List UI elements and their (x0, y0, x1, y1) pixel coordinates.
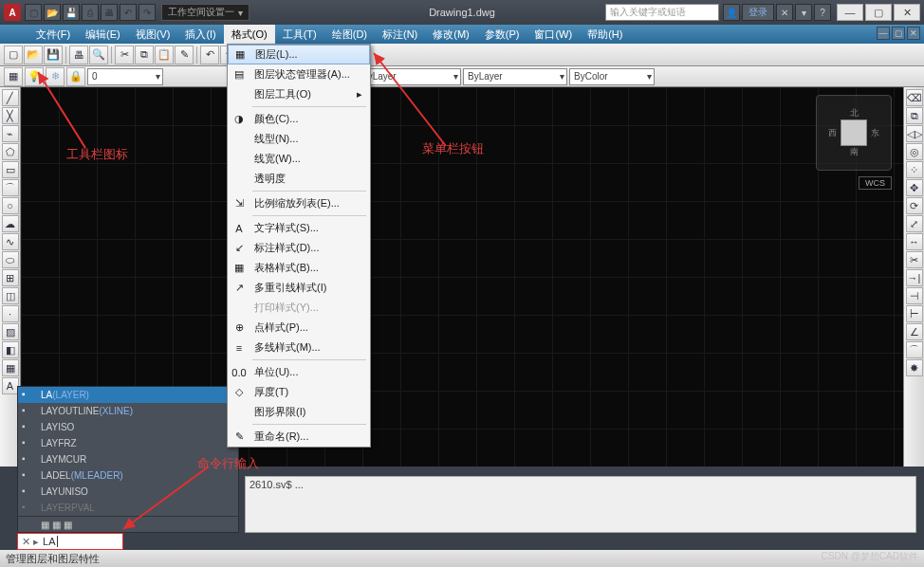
qat-save-icon[interactable]: 💾 (63, 4, 80, 21)
trim-tool-icon[interactable]: ✂ (906, 251, 923, 268)
exchange-icon[interactable]: ✕ (776, 4, 793, 21)
menu-窗口[interactable]: 窗口(W) (527, 25, 580, 44)
menuitem[interactable]: ▤图层状态管理器(A)... (228, 64, 370, 84)
menuitem[interactable]: 图层工具(O)▸ (228, 84, 370, 104)
signin-button[interactable]: 登录 (742, 4, 774, 21)
autocomplete-item[interactable]: ▪LAYMCUR (18, 451, 238, 467)
qat-redo-icon[interactable]: ↷ (139, 4, 156, 21)
block-tool-icon[interactable]: ◫ (2, 287, 19, 304)
close-button[interactable]: ✕ (894, 4, 920, 21)
tool-new-icon[interactable]: ▢ (4, 46, 23, 64)
linetype-selector[interactable]: ByLayer (463, 68, 567, 85)
viewcube[interactable]: 北 西 东 南 (816, 95, 892, 171)
menuitem[interactable]: ▦表格样式(B)... (228, 258, 370, 278)
layer-selector[interactable]: 0 (87, 68, 163, 85)
point-tool-icon[interactable]: · (2, 305, 19, 322)
menuitem[interactable]: 打印样式(Y)... (228, 298, 370, 318)
menuitem[interactable]: 0.0单位(U)... (228, 362, 370, 382)
xline-tool-icon[interactable]: ╳ (2, 107, 19, 124)
maximize-button[interactable]: ▢ (865, 4, 892, 21)
menuitem[interactable]: ◑颜色(C)... (228, 109, 370, 129)
array-tool-icon[interactable]: ⁘ (906, 161, 923, 178)
doc-min-button[interactable]: — (877, 27, 890, 40)
autocomplete-footer[interactable]: ▦ ▦ ▦ (18, 516, 238, 532)
tool-save-icon[interactable]: 💾 (44, 46, 63, 64)
qat-saveas-icon[interactable]: ⎙ (82, 4, 99, 21)
menu-视图[interactable]: 视图(V) (128, 25, 178, 44)
color-selector[interactable]: ByLayer (357, 68, 461, 85)
menuitem[interactable]: ✎重命名(R)... (228, 427, 370, 447)
menu-编辑[interactable]: 编辑(E) (78, 25, 128, 44)
viewcube-face[interactable] (841, 119, 867, 146)
menuitem[interactable]: ↗多重引线样式(I) (228, 278, 370, 298)
app-icon[interactable]: A (4, 4, 21, 21)
mtext-tool-icon[interactable]: A (2, 377, 19, 394)
tool-paste-icon[interactable]: 📋 (155, 46, 174, 64)
menuitem[interactable]: 线宽(W)... (228, 149, 370, 169)
menuitem[interactable]: A文字样式(S)... (228, 218, 370, 238)
menuitem[interactable]: 透明度 (228, 169, 370, 189)
help-search-input[interactable]: 输入关键字或短语 (605, 4, 719, 21)
arc-tool-icon[interactable]: ⌒ (2, 179, 19, 196)
qat-new-icon[interactable]: ▢ (25, 4, 42, 21)
revcloud-tool-icon[interactable]: ☁ (2, 215, 19, 232)
doc-restore-button[interactable]: ▢ (892, 27, 905, 40)
fillet-tool-icon[interactable]: ⌒ (906, 341, 923, 358)
autocomplete-item[interactable]: ▪LAYOUTLINE (XLINE) (18, 403, 238, 419)
table-tool-icon[interactable]: ▦ (2, 359, 19, 376)
rect-tool-icon[interactable]: ▭ (2, 161, 19, 178)
autocomplete-item[interactable]: ▪LAYERPVAL (18, 500, 238, 516)
stretch-tool-icon[interactable]: ↔ (906, 233, 923, 250)
tool-match-icon[interactable]: ✎ (175, 46, 194, 64)
break-tool-icon[interactable]: ⊣ (906, 287, 923, 304)
hatch-tool-icon[interactable]: ▨ (2, 323, 19, 340)
layer-lock-icon[interactable]: 🔒 (66, 67, 85, 86)
autocomplete-item[interactable]: ▪LAYUNISO (18, 484, 238, 500)
chamfer-tool-icon[interactable]: ∠ (906, 323, 923, 340)
menu-帮助[interactable]: 帮助(H) (580, 25, 630, 44)
menuitem[interactable]: ▦图层(L)... (228, 45, 370, 64)
menuitem[interactable]: ⊕点样式(P)... (228, 318, 370, 338)
layer-freeze-icon[interactable]: ❄ (46, 67, 65, 86)
menu-修改[interactable]: 修改(M) (425, 25, 477, 44)
layer-prop-mgr-icon[interactable]: ▦ (4, 67, 23, 86)
menuitem[interactable]: 图形界限(I) (228, 402, 370, 422)
menu-标注[interactable]: 标注(N) (375, 25, 425, 44)
tool-undo-icon[interactable]: ↶ (200, 46, 219, 64)
qat-undo-icon[interactable]: ↶ (120, 4, 137, 21)
scale-tool-icon[interactable]: ⤢ (906, 215, 923, 232)
join-tool-icon[interactable]: ⊢ (906, 305, 923, 322)
region-tool-icon[interactable]: ◧ (2, 341, 19, 358)
pline-tool-icon[interactable]: ⌁ (2, 125, 19, 142)
offset-tool-icon[interactable]: ◎ (906, 143, 923, 160)
qat-open-icon[interactable]: 📂 (44, 4, 61, 21)
command-input[interactable]: ✕ ▸ LA (17, 533, 123, 550)
rotate-tool-icon[interactable]: ⟳ (906, 197, 923, 214)
menuitem[interactable]: 线型(N)... (228, 129, 370, 149)
copy-tool-icon[interactable]: ⧉ (906, 107, 923, 124)
command-history[interactable]: 2610.sv$ ... (245, 476, 916, 533)
menuitem[interactable]: ⇲比例缩放列表(E)... (228, 193, 370, 213)
erase-tool-icon[interactable]: ⌫ (906, 89, 923, 106)
tool-preview-icon[interactable]: 🔍 (89, 46, 108, 64)
layer-state-icon[interactable]: 💡 (25, 67, 44, 86)
help-icon[interactable]: ? (814, 4, 831, 21)
menu-绘图[interactable]: 绘图(D) (324, 25, 375, 44)
qat-plot-icon[interactable]: 🖶 (101, 4, 118, 21)
menu-插入[interactable]: 插入(I) (177, 25, 223, 44)
autocomplete-item[interactable]: ▪LA (LAYER)? (18, 387, 238, 403)
tool-plot-icon[interactable]: 🖶 (69, 46, 88, 64)
menu-格式[interactable]: 格式(O) (224, 25, 275, 44)
tool-cut-icon[interactable]: ✂ (115, 46, 134, 64)
menuitem[interactable]: ↙标注样式(D)... (228, 238, 370, 258)
user-icon[interactable]: 👤 (723, 4, 740, 21)
workspace-selector[interactable]: 工作空间设置一▾ (161, 4, 249, 21)
infocenter-icon[interactable]: ▾ (795, 4, 812, 21)
polygon-tool-icon[interactable]: ⬠ (2, 143, 19, 160)
circle-tool-icon[interactable]: ○ (2, 197, 19, 214)
move-tool-icon[interactable]: ✥ (906, 179, 923, 196)
explode-tool-icon[interactable]: ✸ (906, 359, 923, 376)
line-tool-icon[interactable]: ╱ (2, 89, 19, 106)
minimize-button[interactable]: — (837, 4, 863, 21)
menu-文件[interactable]: 文件(F) (28, 25, 78, 44)
